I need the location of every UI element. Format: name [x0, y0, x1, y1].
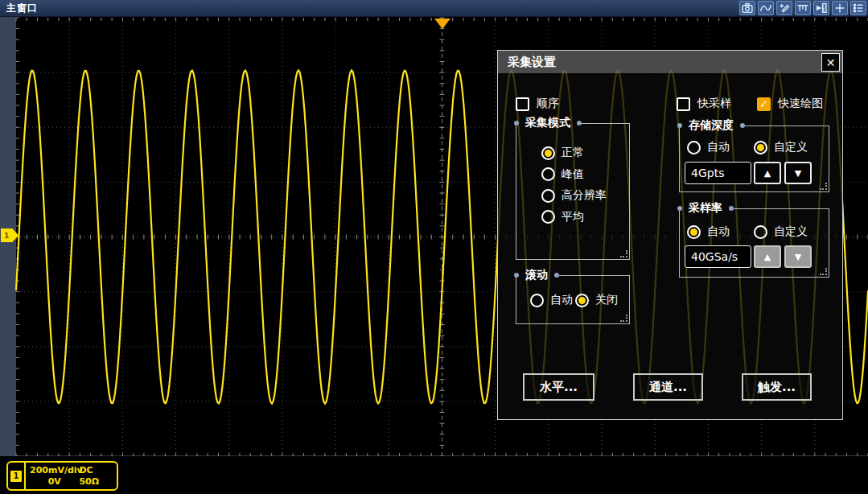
acq-mode-group-label: 采集模式: [525, 116, 570, 130]
memory-depth-increment-button[interactable]: ▲: [754, 162, 781, 184]
radio-circle: [687, 225, 701, 239]
sample-rate-decrement-button: ▼: [784, 245, 812, 268]
trigger-position-marker[interactable]: [434, 19, 450, 29]
up-arrow-icon: ▲: [764, 252, 771, 262]
group-resize-grip: [620, 315, 627, 322]
memory-depth-decrement-button[interactable]: ▼: [784, 162, 812, 184]
edit-pencil-icon: [778, 2, 791, 14]
radio-acq-average[interactable]: 平均: [541, 210, 584, 224]
radio-acq-hires[interactable]: 高分辨率: [541, 188, 607, 203]
group-dot: [677, 206, 682, 211]
radio-circle: [575, 294, 589, 307]
measure-button[interactable]: [795, 1, 811, 15]
dialog-close-button[interactable]: ✕: [821, 53, 840, 72]
radio-samplerate-custom[interactable]: 自定义: [754, 224, 808, 239]
radio-circle: [530, 294, 544, 307]
acquire-settings-dialog: 采集设置 ✕ 顺序 快采样 ✓ 快速绘图 采集模式: [497, 50, 843, 420]
radio-circle: [541, 146, 555, 160]
radio-circle: [541, 189, 555, 203]
fast-plot-checkbox[interactable]: ✓ 快速绘图: [757, 97, 823, 111]
radio-memdepth-auto[interactable]: 自动: [687, 140, 730, 154]
list-menu-icon: [852, 2, 865, 14]
level-marker-label: 1: [4, 232, 9, 240]
radio-circle: [754, 141, 767, 154]
window-title: 主窗口: [0, 2, 38, 15]
sample-rate-group-label: 采样率: [689, 201, 722, 216]
radio-circle: [541, 210, 555, 224]
radio-roll-auto[interactable]: 自动: [530, 293, 573, 307]
down-arrow-icon: ▼: [795, 252, 801, 262]
sample-rate-input[interactable]: [685, 245, 751, 268]
radio-acq-normal[interactable]: 正常: [541, 146, 584, 160]
channel-number: 1: [10, 471, 22, 482]
ruler-button[interactable]: [813, 1, 829, 15]
add-button[interactable]: [832, 1, 848, 15]
down-arrow-icon: ▼: [795, 168, 801, 179]
channel-impedance: 50Ω: [79, 476, 115, 487]
up-arrow-icon: ▲: [764, 168, 771, 179]
bottom-status-bar: 1 200mV/div DC 0V 50Ω: [0, 456, 868, 494]
memory-depth-group-label: 存储深度: [689, 118, 734, 133]
channel-scale: 200mV/div: [30, 465, 79, 475]
annotate-button[interactable]: [776, 1, 792, 15]
checkbox-box: ✓: [757, 97, 771, 111]
channel1-badge[interactable]: 1 200mV/div DC 0V 50Ω: [6, 461, 118, 491]
sample-rate-increment-button: ▲: [754, 245, 781, 268]
trigger-settings-button[interactable]: 触发...: [742, 373, 812, 401]
channel-offset: 0V: [30, 476, 79, 487]
radio-acq-peak[interactable]: 峰值: [541, 167, 584, 182]
group-dot: [514, 273, 519, 278]
radio-circle: [754, 225, 767, 239]
radio-samplerate-auto[interactable]: 自动: [687, 224, 730, 239]
radio-memdepth-custom[interactable]: 自定义: [754, 140, 808, 154]
waveform-button[interactable]: [758, 1, 774, 15]
horizontal-settings-button[interactable]: 水平...: [523, 373, 594, 401]
dialog-title: 采集设置: [498, 55, 556, 70]
window-titlebar: 主窗口: [0, 0, 868, 17]
fast-plot-label: 快速绘图: [778, 97, 823, 111]
radio-circle: [541, 167, 555, 181]
titlebar-toolbar: [739, 1, 866, 15]
dialog-titlebar[interactable]: 采集设置: [498, 51, 842, 73]
vertical-ruler-icon: [815, 2, 828, 14]
group-resize-grip: [820, 268, 827, 275]
fast-acquire-label: 快采样: [697, 97, 731, 111]
group-resize-grip: [620, 250, 627, 257]
plus-icon: [833, 2, 846, 14]
measure-icon: [796, 2, 809, 14]
sequence-label: 顺序: [537, 97, 559, 111]
check-icon: ✓: [759, 99, 768, 109]
group-dot: [514, 121, 519, 126]
fast-acquire-checkbox[interactable]: 快采样: [677, 97, 731, 111]
roll-group-label: 滚动: [525, 268, 548, 282]
channel-coupling: DC: [79, 465, 115, 475]
radio-circle: [687, 141, 701, 154]
memory-depth-input[interactable]: [685, 162, 751, 184]
menu-button[interactable]: [850, 1, 866, 15]
sequence-checkbox[interactable]: 顺序: [516, 97, 559, 111]
screenshot-button[interactable]: [739, 1, 755, 15]
group-dot: [677, 123, 682, 128]
group-resize-grip: [820, 183, 827, 190]
close-icon: ✕: [826, 56, 836, 69]
radio-roll-off[interactable]: 关闭: [575, 293, 618, 307]
app-root: 1 主窗口: [0, 0, 868, 494]
checkbox-box: [516, 97, 529, 111]
channel-settings-button[interactable]: 通道...: [633, 373, 703, 401]
checkbox-box: [677, 97, 690, 111]
camera-icon: [741, 2, 754, 14]
signal-wave-icon: [759, 2, 772, 14]
